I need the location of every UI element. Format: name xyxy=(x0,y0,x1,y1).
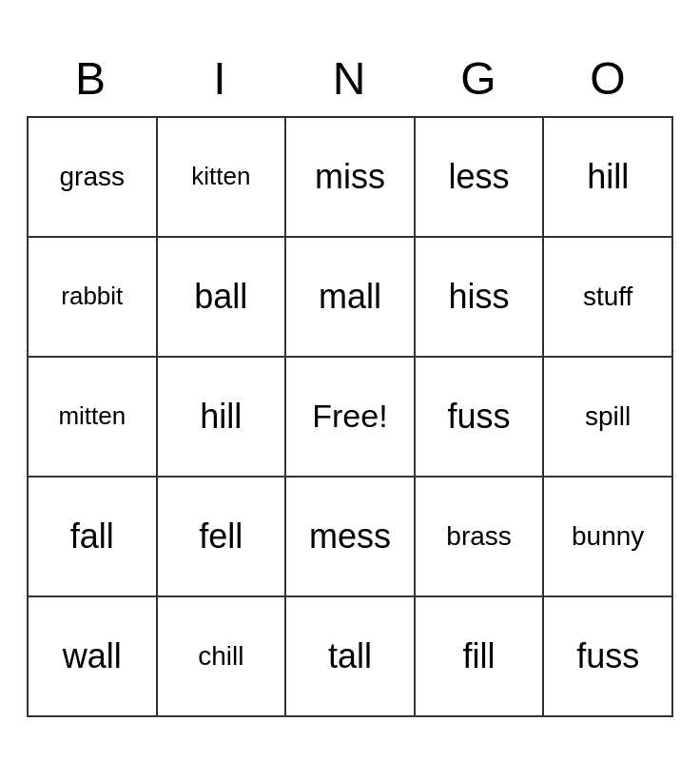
bingo-cell: chill xyxy=(157,596,286,716)
bingo-cell: brass xyxy=(415,477,544,596)
bingo-cell: bunny xyxy=(543,477,672,596)
bingo-cell: fuss xyxy=(543,596,672,716)
bingo-cell: hiss xyxy=(415,237,544,357)
bingo-grid: grasskittenmisslesshillrabbitballmallhis… xyxy=(27,116,673,717)
bingo-cell: mall xyxy=(285,237,415,357)
bingo-cell: hill xyxy=(543,117,672,237)
header-letter: G xyxy=(415,45,544,112)
bingo-cell: fill xyxy=(415,596,544,716)
bingo-header: BINGO xyxy=(27,45,673,112)
bingo-cell: spill xyxy=(543,357,672,477)
bingo-cell: kitten xyxy=(157,117,286,237)
bingo-cell: fuss xyxy=(415,357,544,477)
bingo-cell: miss xyxy=(285,117,415,237)
bingo-cell: fall xyxy=(28,477,157,596)
bingo-cell: grass xyxy=(28,117,157,237)
table-row: wallchilltallfillfuss xyxy=(28,596,672,716)
bingo-card: BINGO grasskittenmisslesshillrabbitballm… xyxy=(27,45,673,717)
table-row: mittenhillFree!fussspill xyxy=(28,357,672,477)
table-row: rabbitballmallhissstuff xyxy=(28,237,672,357)
header-letter: N xyxy=(285,45,415,112)
table-row: fallfellmessbrassbunny xyxy=(28,477,672,596)
bingo-cell: Free! xyxy=(285,357,415,477)
bingo-cell: hill xyxy=(157,357,286,477)
bingo-cell: rabbit xyxy=(28,237,157,357)
bingo-cell: tall xyxy=(285,596,415,716)
bingo-cell: mitten xyxy=(28,357,157,477)
header-letter: I xyxy=(156,45,285,112)
bingo-cell: ball xyxy=(157,237,286,357)
bingo-cell: stuff xyxy=(543,237,672,357)
table-row: grasskittenmisslesshill xyxy=(28,117,672,237)
header-letter: O xyxy=(544,45,673,112)
bingo-cell: wall xyxy=(28,596,157,716)
header-letter: B xyxy=(27,45,156,112)
bingo-cell: mess xyxy=(285,477,415,596)
bingo-cell: fell xyxy=(157,477,286,596)
bingo-cell: less xyxy=(415,117,544,237)
